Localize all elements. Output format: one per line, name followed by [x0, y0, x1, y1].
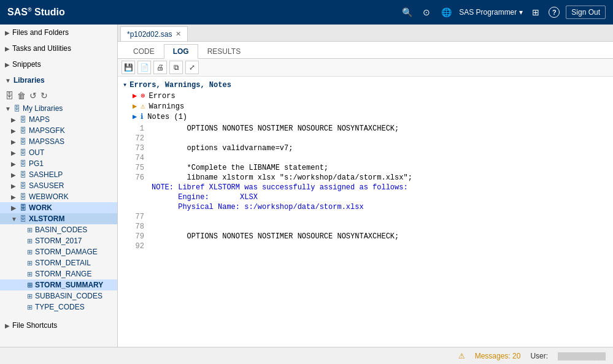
code-line-1: 1 OPTIONS NONOTES NOSTIMER NOSOURCE NOSY…	[118, 124, 613, 134]
tree-item-xlstorm[interactable]: ▼ 🗄 XLSTORM	[0, 213, 117, 224]
db-icon-mapsgfk: 🗄	[20, 127, 26, 134]
work-label: WORK	[29, 203, 52, 212]
expand-out: ▶	[11, 150, 17, 156]
line-code-79: OPTIONS NONOTES NOSTIMER NOSOURCE NOSYNT…	[152, 232, 399, 242]
tree-item-subbasin-codes[interactable]: ⊞ SUBBASIN_CODES	[0, 290, 117, 301]
tab-code[interactable]: CODE	[124, 44, 164, 58]
toolbar-btn-2[interactable]: 📄	[137, 61, 151, 74]
sashelp-label: SASHELP	[29, 170, 63, 179]
tree-item-webwork[interactable]: ▶ 🗄 WEBWORK	[0, 191, 117, 202]
file-tab-close[interactable]: ✕	[175, 30, 181, 38]
sasuser-label: SASUSER	[29, 181, 64, 190]
sidebar-item-libraries[interactable]: ▼ Libraries	[0, 72, 117, 88]
expand-work: ▶	[11, 205, 17, 211]
log-errors-item[interactable]: ▶ ⊗ Errors	[118, 91, 613, 101]
app-title: SAS® Studio	[7, 7, 65, 18]
table-icon-basin-codes: ⊞	[27, 226, 33, 234]
user-menu[interactable]: SAS Programmer ▾	[459, 8, 523, 17]
file-tab-p102d02[interactable]: *p102d02.sas ✕	[120, 26, 188, 41]
table-icon-storm-damage: ⊞	[27, 248, 33, 256]
webwork-label: WEBWORK	[29, 192, 69, 201]
line-num-79: 79	[118, 232, 152, 242]
notes-expand: ▶	[133, 112, 137, 121]
warning-expand: ▶	[133, 102, 137, 111]
tree-item-out[interactable]: ▶ 🗄 OUT	[0, 147, 117, 158]
log-section-header[interactable]: ▾ Errors, Warnings, Notes	[118, 79, 613, 91]
expand-sasuser: ▶	[11, 183, 17, 189]
code-line-77: 77	[118, 213, 613, 222]
tab-log[interactable]: LOG	[164, 44, 198, 59]
search-icon[interactable]: 🔍	[400, 6, 414, 19]
tab-results[interactable]: RESULTS	[198, 44, 250, 58]
table-icon-subbasin-codes: ⊞	[27, 292, 33, 300]
note-linenum-engine	[118, 193, 152, 203]
tree-item-mapssas[interactable]: ▶ 🗄 MAPSSAS	[0, 136, 117, 147]
reload-library-icon[interactable]: ↺	[29, 91, 37, 100]
expand-arrow-files: ▶	[5, 29, 10, 36]
tree-item-type-codes[interactable]: ⊞ TYPE_CODES	[0, 301, 117, 313]
tree-item-storm-damage[interactable]: ⊞ STORM_DAMAGE	[0, 246, 117, 257]
new-library-icon[interactable]: 🗄	[5, 91, 13, 100]
tree-item-storm-range[interactable]: ⊞ STORM_RANGE	[0, 268, 117, 279]
properties-icon[interactable]: ↻	[40, 91, 48, 100]
db-icon-xlstorm: 🗄	[20, 215, 26, 222]
help-icon[interactable]: ?	[549, 7, 560, 18]
main-area: ▶ Files and Folders ▶ Tasks and Utilitie…	[0, 25, 613, 347]
toolbar-btn-4[interactable]: ⧉	[169, 61, 183, 74]
notes-label: Notes (1)	[147, 113, 187, 121]
library-toolbar: 🗄 🗑 ↺ ↻	[0, 88, 117, 103]
mylibraries-label: My Libraries	[23, 104, 63, 113]
tree-item-sashelp[interactable]: ▶ 🗄 SASHELP	[0, 169, 117, 180]
globe-icon[interactable]: 🌐	[439, 6, 453, 19]
sidebar: ▶ Files and Folders ▶ Tasks and Utilitie…	[0, 25, 118, 347]
expand-pg1: ▶	[11, 161, 17, 167]
log-notes-item[interactable]: ▶ ℹ Notes (1)	[118, 112, 613, 122]
topbar: SAS® Studio 🔍 ⊙ 🌐 SAS Programmer ▾ ⊞ ? S…	[0, 0, 613, 25]
tree-item-storm-summary[interactable]: ⊞ STORM_SUMMARY	[0, 279, 117, 290]
storm-detail-label: STORM_DETAIL	[35, 259, 91, 267]
sidebar-snippets-label: Snippets	[12, 60, 41, 69]
sidebar-item-tasks[interactable]: ▶ Tasks and Utilities	[0, 40, 117, 56]
sidebar-item-file-shortcuts[interactable]: ▶ File Shortcuts	[0, 317, 117, 333]
statusbar: ⚠ Messages: 20 User: ██████████	[0, 347, 613, 364]
table-icon-storm-summary: ⊞	[27, 281, 33, 289]
subbasin-codes-label: SUBBASIN_CODES	[35, 292, 102, 300]
sidebar-item-files[interactable]: ▶ Files and Folders	[0, 25, 117, 40]
basin-codes-label: BASIN_CODES	[35, 226, 87, 234]
toolbar-btn-1[interactable]: 💾	[121, 61, 135, 74]
sign-out-button[interactable]: Sign Out	[566, 6, 606, 19]
topbar-right: 🔍 ⊙ 🌐 SAS Programmer ▾ ⊞ ? Sign Out	[400, 6, 606, 19]
tree-item-mylibraries[interactable]: ▼ 🗄 My Libraries	[0, 103, 117, 114]
toolbar-btn-3[interactable]: 🖨	[153, 61, 167, 74]
delete-library-icon[interactable]: 🗑	[17, 91, 26, 100]
server-icon[interactable]: ⊙	[420, 6, 433, 19]
tree-item-basin-codes[interactable]: ⊞ BASIN_CODES	[0, 224, 117, 235]
note-linenum-1	[118, 183, 152, 193]
chevron-down-icon: ▾	[519, 8, 523, 17]
tree-item-pg1[interactable]: ▶ 🗄 PG1	[0, 158, 117, 169]
tree-item-storm2017[interactable]: ⊞ STORM_2017	[0, 235, 117, 246]
log-warnings-item[interactable]: ▶ ⚠ Warnings	[118, 101, 613, 112]
warning-status-icon: ⚠	[458, 352, 465, 360]
toolbar-btn-5[interactable]: ⤢	[185, 61, 199, 74]
tree-item-sasuser[interactable]: ▶ 🗄 SASUSER	[0, 180, 117, 191]
editor-toolbar: 💾 📄 🖨 ⧉ ⤢	[118, 59, 613, 77]
table-icon-type-codes: ⊞	[27, 303, 33, 311]
log-area: ▾ Errors, Warnings, Notes ▶ ⊗ Errors ▶ ⚠…	[118, 77, 613, 347]
messages-count: Messages: 20	[475, 352, 521, 360]
db-icon-pg1: 🗄	[20, 160, 26, 167]
log-section-arrow: ▾	[123, 80, 127, 89]
tree-item-work[interactable]: ▶ 🗄 WORK	[0, 202, 117, 213]
sidebar-item-snippets[interactable]: ▶ Snippets	[0, 56, 117, 72]
expand-sashelp: ▶	[11, 172, 17, 178]
keyboard-icon[interactable]: ⊞	[529, 6, 542, 19]
topbar-left: SAS® Studio	[7, 7, 65, 18]
tree-item-maps[interactable]: ▶ 🗄 MAPS	[0, 114, 117, 125]
db-icon-sashelp: 🗄	[20, 171, 26, 178]
tree-item-mapsgfk[interactable]: ▶ 🗄 MAPSGFK	[0, 125, 117, 136]
content-area: *p102d02.sas ✕ CODE LOG RESULTS 💾 📄 🖨 ⧉ …	[118, 25, 613, 347]
tree-item-storm-detail[interactable]: ⊞ STORM_DETAIL	[0, 257, 117, 268]
line-num-74: 74	[118, 154, 152, 164]
note-code-physical: Physical Name: s:/workshop/data/storm.xl…	[152, 203, 364, 213]
code-line-92: 92	[118, 242, 613, 252]
